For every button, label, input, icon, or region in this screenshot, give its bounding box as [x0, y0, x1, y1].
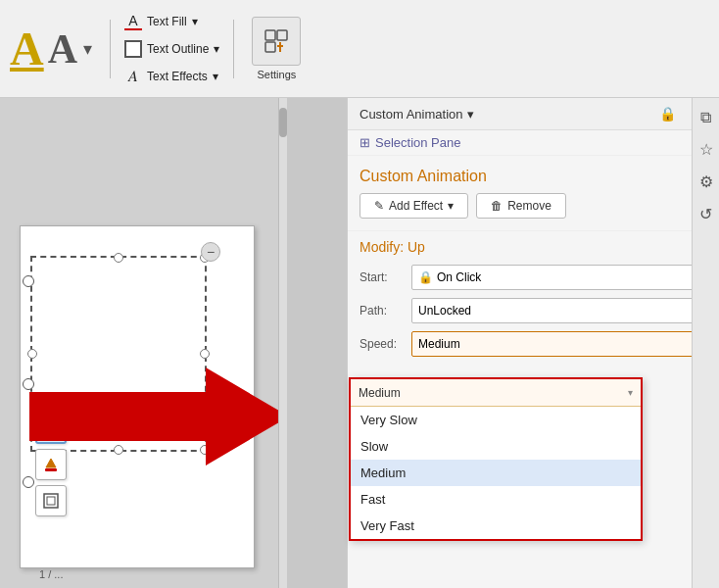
svg-rect-1 [277, 30, 287, 40]
handle-bottom-mid[interactable] [114, 445, 123, 455]
selection-pane-label: Selection Pane [375, 135, 460, 150]
remove-label: Remove [507, 199, 551, 213]
path-label: Path: [360, 304, 404, 318]
text-effects-arrow-icon: ▾ [213, 70, 218, 83]
panel-title-text: Custom Animation [360, 107, 463, 122]
text-fill-button[interactable]: A Text Fill ▾ [119, 10, 225, 33]
pencil-icon [42, 419, 60, 437]
text-fill-icon: A [124, 13, 142, 30]
modify-title: Modify: Up [360, 239, 707, 255]
dropdown-item-slow[interactable]: Slow [351, 433, 641, 460]
svg-rect-2 [265, 42, 275, 52]
add-effect-arrow-icon: ▾ [448, 199, 454, 213]
selection-pane-icon: ⊞ [360, 135, 370, 150]
copy-icon[interactable]: ⧉ [697, 106, 714, 129]
slide-icons-column [35, 413, 67, 516]
handle-right-mid[interactable] [200, 349, 210, 359]
handle-left-mid[interactable] [27, 349, 37, 359]
dropdown-item-very-slow[interactable]: Very Slow [351, 407, 641, 433]
start-value: On Click [433, 270, 695, 284]
dropdown-header-text: Medium [359, 386, 401, 400]
handle-top-mid[interactable] [114, 253, 123, 263]
path-value: UnLocked [418, 304, 695, 318]
add-effect-button[interactable]: ✎ Add Effect ▾ [360, 193, 468, 219]
dropdown-item-very-fast[interactable]: Very Fast [351, 513, 641, 539]
text-fill-arrow-icon: ▾ [192, 15, 198, 28]
path-select[interactable]: UnLocked ▾ [411, 298, 707, 323]
dropdown-header-arrow-icon: ▾ [628, 387, 633, 398]
text-outline-icon: A [124, 40, 142, 58]
right-icons-bar: ⧉ ☆ ⚙ ↺ [692, 98, 719, 588]
settings-wrench-icon [263, 27, 290, 55]
selection-pane-button[interactable]: ⊞ Selection Pane [348, 130, 719, 156]
speed-select[interactable]: Medium ▾ [411, 331, 707, 357]
path-node-2 [23, 378, 34, 390]
svg-rect-0 [265, 30, 275, 40]
deselect-icon[interactable]: − [201, 242, 220, 262]
lock-icon[interactable]: 🔒 [655, 104, 680, 123]
add-effect-label: Add Effect [389, 199, 443, 213]
text-outline-arrow-icon: ▾ [214, 42, 219, 56]
dropdown-arrow-icon[interactable]: ▾ [83, 38, 92, 60]
speed-label: Speed: [360, 337, 404, 351]
path-row: Path: UnLocked ▾ [360, 298, 707, 323]
page-indicator: 1 / ... [39, 568, 63, 580]
text-effects-icon: 𝐴 [124, 68, 142, 85]
speed-row: Speed: Medium ▾ [360, 331, 707, 357]
sliders-icon[interactable]: ⚙ [696, 170, 716, 194]
toolbar-buttons-group: A Text Fill ▾ A Text Outline ▾ 𝐴 Text Ef… [119, 10, 225, 88]
frame-icon [42, 492, 60, 510]
dropdown-item-fast[interactable]: Fast [351, 486, 641, 513]
remove-button[interactable]: 🗑 Remove [476, 193, 566, 219]
path-node-1 [23, 275, 34, 287]
toolbar-divider-2 [233, 20, 234, 78]
text-icons-group: A A ▾ [10, 25, 92, 73]
text-outline-button[interactable]: A Text Outline ▾ [119, 37, 225, 61]
start-row: Start: 🔒 On Click ▾ [360, 265, 707, 290]
action-buttons-group: ✎ Add Effect ▾ 🗑 Remove [348, 193, 719, 230]
toolbar-divider [110, 20, 111, 78]
speed-value: Medium [418, 337, 695, 351]
text-icon-gold: A [10, 25, 44, 73]
text-effects-button[interactable]: 𝐴 Text Effects ▾ [119, 65, 225, 88]
panel-scrollbar[interactable] [279, 98, 287, 588]
fill-button[interactable] [35, 449, 67, 480]
svg-rect-3 [45, 468, 57, 471]
settings-button[interactable] [252, 17, 301, 66]
history-icon[interactable]: ↺ [696, 202, 715, 226]
path-node-3 [23, 476, 34, 488]
dropdown-header: Medium ▾ [351, 379, 641, 407]
panel-title-arrow-icon: ▾ [467, 107, 474, 122]
add-effect-icon: ✎ [374, 199, 384, 213]
start-select[interactable]: 🔒 On Click ▾ [411, 265, 707, 290]
slide-canvas: − [20, 225, 255, 568]
text-effects-label: Text Effects [147, 70, 208, 83]
modify-section: Modify: Up Start: 🔒 On Click ▾ Path: UnL… [348, 230, 719, 372]
panel-title-button[interactable]: Custom Animation ▾ [360, 107, 474, 122]
svg-rect-4 [44, 494, 58, 508]
panel-header: Custom Animation ▾ 🔒 ✕ [348, 98, 719, 130]
custom-animation-heading: Custom Animation [348, 156, 719, 193]
handle-bottom-right[interactable] [200, 445, 210, 455]
text-icon-gray: A [48, 28, 77, 70]
remove-icon: 🗑 [491, 199, 503, 213]
text-fill-label: Text Fill [147, 15, 187, 28]
start-label: Start: [360, 270, 404, 284]
dropdown-item-medium[interactable]: Medium [351, 460, 641, 486]
start-select-icon: 🔒 [418, 270, 433, 284]
fill-icon [42, 456, 60, 473]
scrollbar-thumb[interactable] [279, 108, 287, 137]
slide-panel: − [0, 98, 279, 588]
text-outline-label: Text Outline [147, 42, 209, 56]
settings-label: Settings [258, 69, 297, 80]
toolbar: A A ▾ A Text Fill ▾ A Text Outline ▾ 𝐴 T… [0, 0, 719, 98]
frame-button[interactable] [35, 485, 67, 516]
pencil-button[interactable] [35, 413, 67, 444]
star-icon[interactable]: ☆ [696, 137, 716, 162]
svg-rect-5 [47, 497, 55, 505]
settings-group: Settings [252, 17, 301, 80]
speed-dropdown: Medium ▾ Very Slow Slow Medium Fast Very… [349, 377, 643, 541]
